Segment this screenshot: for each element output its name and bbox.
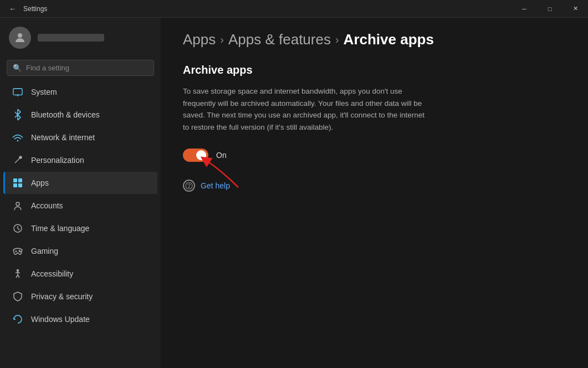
titlebar-left: ← Settings [7, 4, 47, 13]
sidebar-item-network[interactable]: Network & internet [3, 126, 157, 149]
sidebar-item-privacy[interactable]: Privacy & security [3, 285, 157, 308]
network-icon [12, 132, 23, 143]
sidebar-label-gaming: Gaming [31, 247, 58, 255]
sidebar-label-personalization: Personalization [31, 156, 84, 165]
breadcrumb-apps-features[interactable]: Apps & features [228, 31, 331, 48]
breadcrumb-current: Archive apps [344, 31, 434, 48]
toggle-row: On [183, 149, 566, 162]
svg-rect-8 [18, 178, 22, 182]
svg-rect-10 [18, 183, 22, 187]
svg-point-18 [20, 251, 21, 252]
svg-point-25 [188, 187, 189, 188]
sidebar: 🔍 System Bluetooth & devices [0, 18, 161, 368]
svg-line-22 [16, 275, 18, 278]
apps-icon [12, 177, 23, 188]
time-icon [12, 223, 23, 234]
svg-rect-7 [13, 178, 17, 182]
svg-line-14 [18, 228, 19, 230]
svg-point-4 [17, 140, 19, 142]
minimize-button[interactable]: ─ [512, 0, 537, 18]
accessibility-icon [12, 268, 23, 279]
toggle-knob [196, 150, 206, 160]
titlebar-title: Settings [23, 5, 47, 13]
search-bar[interactable]: 🔍 [7, 60, 154, 76]
sidebar-item-system[interactable]: System [3, 81, 157, 103]
sidebar-label-time: Time & language [31, 224, 89, 233]
titlebar-controls: ─ □ ✕ [512, 0, 588, 18]
svg-point-6 [19, 156, 22, 159]
svg-rect-9 [13, 183, 17, 187]
sidebar-item-bluetooth[interactable]: Bluetooth & devices [3, 104, 157, 126]
breadcrumb: Apps › Apps & features › Archive apps [183, 31, 566, 48]
back-button[interactable]: ← [7, 4, 19, 13]
nav-menu: System Bluetooth & devices Network & int… [0, 80, 161, 331]
sidebar-item-accessibility[interactable]: Accessibility [3, 263, 157, 285]
help-icon [183, 180, 195, 192]
sidebar-item-update[interactable]: Windows Update [3, 308, 157, 330]
maximize-button[interactable]: □ [537, 0, 563, 18]
sidebar-item-time[interactable]: Time & language [3, 217, 157, 239]
content-area: Apps › Apps & features › Archive apps Ar… [161, 18, 588, 368]
accounts-icon [12, 200, 23, 211]
svg-point-0 [18, 33, 22, 38]
sidebar-label-bluetooth: Bluetooth & devices [31, 110, 100, 119]
breadcrumb-sep-1: › [220, 33, 224, 46]
sidebar-label-accounts: Accounts [31, 201, 63, 210]
close-button[interactable]: ✕ [563, 0, 588, 18]
update-icon [12, 314, 23, 325]
svg-point-11 [16, 202, 19, 206]
system-icon [12, 86, 23, 98]
gaming-icon [12, 246, 23, 257]
search-input[interactable] [26, 64, 148, 72]
breadcrumb-apps[interactable]: Apps [183, 31, 216, 48]
user-section [0, 18, 161, 58]
get-help-row: Get help [183, 180, 566, 192]
sidebar-label-privacy: Privacy & security [31, 292, 93, 301]
sidebar-label-update: Windows Update [31, 315, 90, 324]
sidebar-item-personalization[interactable]: Personalization [3, 149, 157, 171]
sidebar-item-apps[interactable]: Apps [3, 172, 157, 194]
svg-line-23 [18, 275, 19, 278]
archive-apps-toggle[interactable] [183, 149, 208, 162]
sidebar-label-network: Network & internet [31, 133, 95, 142]
toggle-state-label: On [216, 151, 227, 160]
get-help-link[interactable]: Get help [201, 181, 230, 190]
sidebar-label-system: System [31, 88, 57, 96]
svg-rect-1 [13, 89, 22, 95]
sidebar-item-accounts[interactable]: Accounts [3, 195, 157, 217]
titlebar: ← Settings ─ □ ✕ [0, 0, 588, 18]
sidebar-label-accessibility: Accessibility [31, 269, 73, 278]
user-name [38, 34, 104, 42]
toggle-section: On [183, 149, 566, 162]
avatar[interactable] [9, 27, 31, 49]
breadcrumb-sep-2: › [335, 33, 339, 46]
description: To save storage space and internet bandw… [183, 85, 432, 133]
page-title: Archive apps [183, 64, 566, 76]
privacy-icon [12, 291, 23, 302]
app-container: 🔍 System Bluetooth & devices [0, 18, 588, 368]
sidebar-item-gaming[interactable]: Gaming [3, 240, 157, 262]
search-icon: 🔍 [13, 64, 22, 72]
sidebar-label-apps: Apps [31, 178, 49, 187]
personalization-icon [12, 155, 23, 166]
bluetooth-icon [12, 109, 23, 120]
svg-point-19 [17, 270, 19, 272]
